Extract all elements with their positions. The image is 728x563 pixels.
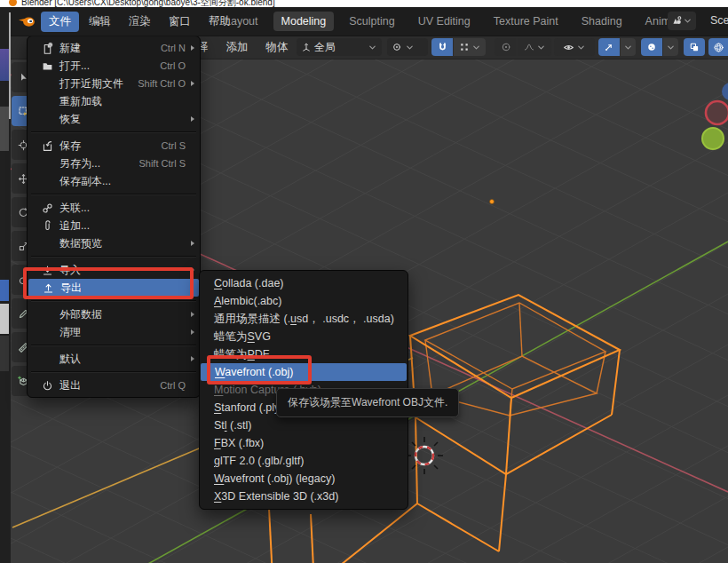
file-menu-item-清理[interactable]: 清理 (28, 323, 200, 341)
menu-item-label: glTF 2.0 (.glb/.gltf) (214, 455, 304, 467)
orientation-label: 全局 (314, 40, 336, 55)
file-menu-item-保存副本[interactable]: 保存副本... (28, 172, 200, 190)
workspace-tab-sculpting[interactable]: Sculpting (341, 12, 402, 31)
menu-item-label: 默认 (59, 352, 81, 367)
gizmo-y-ball[interactable] (702, 128, 724, 149)
export-menu-item-wavefront-obj-legacy[interactable]: Wavefront (.obj) (legacy) (200, 470, 408, 488)
menubar-item-窗口[interactable]: 窗口 (161, 12, 199, 32)
submenu-arrow-icon (186, 116, 194, 122)
pivot-point-dropdown[interactable] (387, 38, 428, 56)
file-menu-dropdown: 新建Ctrl N打开...Ctrl O打开近期文件Shift Ctrl O重新加… (27, 36, 201, 398)
menubar-item-渲染[interactable]: 渲染 (121, 12, 159, 32)
file-menu-item-导出[interactable]: 导出 (28, 279, 199, 297)
chevron-down-icon (471, 43, 481, 52)
export-icon (39, 282, 57, 294)
chevron-down-icon (683, 16, 692, 26)
chevron-down-icon (405, 43, 415, 52)
magnet-icon (437, 42, 448, 53)
submenu-arrow-icon (186, 241, 194, 246)
workspace-tab-shading[interactable]: Shading (574, 12, 630, 31)
menu-item-shortcut: Ctrl O (151, 60, 186, 71)
menu-item-label: 退出 (59, 378, 81, 393)
submenu-arrow-icon (185, 285, 194, 290)
file-menu-item-数据预览[interactable]: 数据预览 (28, 234, 200, 252)
export-menu-item-pdf[interactable]: 蜡笔为PDF (200, 345, 408, 363)
menu-separator (31, 194, 196, 195)
export-menu-item-usd-usdc-usda[interactable]: 通用场景描述 (.usd， .usdc， .usda) (200, 310, 408, 328)
gizmo-x-ball[interactable] (706, 101, 728, 124)
menu-item-label: Alembic(.abc) (214, 295, 281, 307)
left-edge-fragment (0, 280, 9, 301)
scene-icon (671, 15, 683, 27)
chevron-down-icon (368, 43, 377, 52)
scene-name-label[interactable]: Sce (710, 14, 728, 27)
workspace-tab-layout[interactable]: Layout (217, 12, 266, 31)
file-menu-item-默认[interactable]: 默认 (28, 350, 200, 368)
snap-settings-dropdown[interactable] (454, 38, 486, 56)
window-title: Blender [C:\Users\CX\Desktop\gong\baoye\… (21, 0, 275, 7)
file-menu-item-新建[interactable]: 新建Ctrl N (28, 39, 200, 57)
export-menu-item-stl-stl[interactable]: Stl (.stl) (200, 416, 408, 434)
overlays-dropdown[interactable] (663, 38, 678, 56)
transform-orientation-dropdown[interactable]: 全局 (297, 38, 382, 56)
show-overlays-toggle[interactable] (641, 38, 662, 56)
visibility-dropdown[interactable] (554, 38, 595, 56)
menu-item-shortcut: Ctrl N (152, 43, 186, 53)
file-menu-item-退出[interactable]: 退出Ctrl Q (28, 377, 200, 394)
file-menu-item-重新加载[interactable]: 重新加载 (28, 92, 200, 110)
left-edge-panel (0, 7, 11, 563)
blender-logo-icon[interactable] (18, 14, 37, 28)
export-menu-item-x3d-extensible-3d-x3d[interactable]: X3D Extensible 3D (.x3d) (200, 488, 408, 505)
export-menu-item-alembic-abc[interactable]: Alembic(.abc) (200, 292, 408, 310)
blank-icon (38, 175, 56, 187)
viewport-menu-物体[interactable]: 物体 (266, 40, 289, 55)
workspace-tab-modeling[interactable]: Modeling (273, 12, 335, 31)
left-edge-fragment (0, 336, 9, 371)
xray-icon (689, 42, 700, 52)
menubar-item-编辑[interactable]: 编辑 (81, 12, 119, 32)
export-menu-item-gltf-2-0-glb-gltf[interactable]: glTF 2.0 (.glb/.gltf) (200, 452, 408, 470)
file-menu-item-打开近期文件[interactable]: 打开近期文件Shift Ctrl O (28, 75, 200, 92)
export-menu-item-collada-dae[interactable]: Collada (.dae) (200, 274, 408, 292)
object-origin-dot (490, 200, 495, 204)
falloff-icon (524, 42, 534, 52)
file-menu-item-保存[interactable]: 保存Ctrl S (28, 137, 200, 155)
file-menu-item-恢复[interactable]: 恢复 (28, 110, 200, 128)
workspace-tab-uv-editing[interactable]: UV Editing (410, 12, 479, 31)
file-menu-item-追加[interactable]: 追加... (28, 217, 200, 234)
menu-item-label: 蜡笔为SVG (214, 329, 271, 345)
proportional-editing-toggle[interactable] (495, 38, 517, 56)
shading-wireframe-button[interactable] (708, 38, 728, 56)
window-titlebar: Blender [C:\Users\CX\Desktop\gong\baoye\… (0, 0, 728, 7)
menu-item-label: 保存 (59, 139, 81, 154)
left-edge-fragment (0, 304, 9, 334)
file-menu-item-外部数据[interactable]: 外部数据 (28, 305, 200, 323)
export-menu-item-fbx-fbx[interactable]: FBX (.fbx) (200, 434, 408, 452)
xray-toggle[interactable] (684, 38, 705, 56)
scene-selector[interactable] (668, 12, 696, 30)
submenu-arrow-icon (186, 45, 194, 51)
menubar-item-文件[interactable]: 文件 (41, 12, 79, 32)
gizmo-dropdown[interactable] (621, 38, 636, 56)
file-menu-item-打开[interactable]: 打开...Ctrl O (28, 57, 200, 75)
blender-window: Blender [C:\Users\CX\Desktop\gong\baoye\… (0, 0, 728, 563)
proportional-falloff-dropdown[interactable] (518, 38, 551, 56)
workspace-tab-texture-paint[interactable]: Texture Paint (486, 12, 566, 31)
menu-separator (31, 300, 196, 302)
export-menu-item-wavefront-obj[interactable]: Wavefront (.obj) (201, 363, 407, 381)
visibility-icon (563, 42, 574, 53)
workspace-tab-animation[interactable]: Animation (637, 12, 668, 31)
file-menu-item-导入[interactable]: 导入 (28, 261, 200, 279)
submenu-arrow-icon (186, 267, 194, 273)
file-menu-item-关联[interactable]: 关联... (28, 199, 200, 217)
export-menu-item-svg[interactable]: 蜡笔为SVG (200, 328, 408, 345)
left-edge-fragment (0, 107, 9, 151)
blank-icon (38, 157, 56, 170)
viewport-menu-添加[interactable]: 添加 (226, 40, 249, 55)
snap-toggle-button[interactable] (431, 38, 453, 56)
folder-icon (38, 59, 56, 72)
show-gizmo-toggle[interactable] (598, 38, 620, 56)
file-menu-item-另存为[interactable]: 另存为...Shift Ctrl S (28, 155, 200, 172)
tooltip-text: 保存该场景至Wavefront OBJ文件. (288, 396, 447, 408)
menu-item-shortcut: Ctrl Q (151, 380, 186, 391)
